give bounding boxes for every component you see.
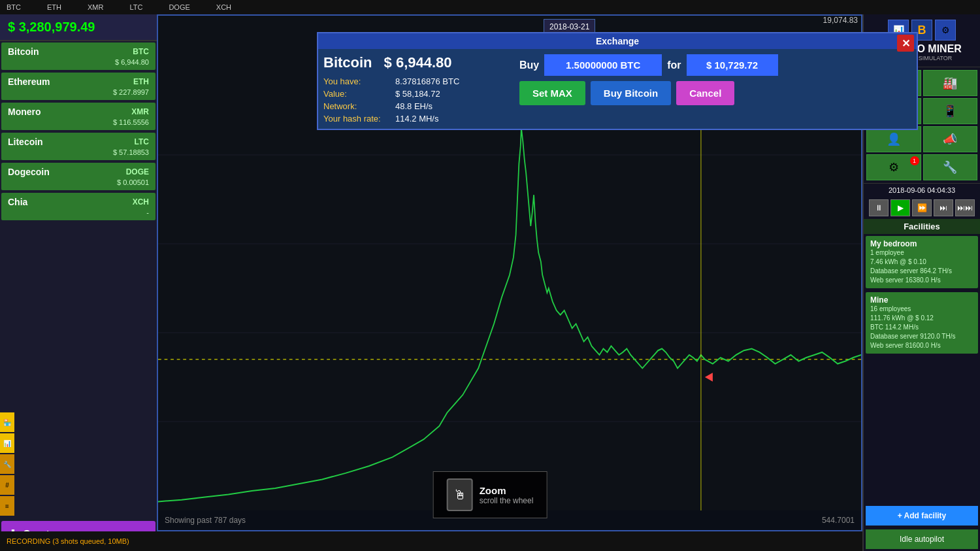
you-have-label: You have: — [323, 76, 389, 86]
facility-mine-name: Mine — [870, 295, 973, 305]
nav-eth[interactable]: ETH — [47, 3, 61, 11]
exchange-title: Exchange — [596, 36, 639, 46]
nav-xmr[interactable]: XMR — [88, 3, 103, 11]
left-icon-5[interactable]: ≡ — [0, 496, 14, 516]
tooltip-date: 2018-03-21 — [549, 22, 589, 31]
chart-area[interactable] — [158, 110, 861, 510]
usd-amount-display: $ 10,729.72 — [687, 54, 778, 76]
crypto-item-doge[interactable]: Dogecoin DOGE $ 0.00501 — [1, 163, 155, 190]
settings-icon[interactable]: ⚙ 1 — [866, 154, 921, 180]
exchange-controls: Buy for $ 10,729.72 Set MAX Buy Bitcoin … — [519, 54, 911, 124]
buy-label: Buy — [519, 59, 539, 71]
left-icon-1[interactable]: 🏪 — [0, 412, 14, 432]
exchange-header: Exchange ✕ — [318, 33, 917, 49]
you-have-value: 8.37816876 BTC — [395, 76, 459, 86]
nav-xch[interactable]: XCH — [216, 3, 231, 11]
coin-info: Bitcoin $ 6,944.80 You have: 8.37816876 … — [323, 54, 506, 124]
playback-controls: ⏸ ▶ ⏩ ⏭ ⏭⏭ — [864, 197, 980, 219]
facility-bedroom-web: Web server 16380.0 H/s — [870, 276, 973, 285]
facility-bedroom[interactable]: My bedroom 1 employee 7.46 kWh @ $ 0.10 … — [866, 236, 978, 288]
hash-rate-value: 114.2 MH/s — [395, 114, 438, 124]
notification-badge: 1 — [910, 156, 919, 165]
facility-bedroom-power: 7.46 kWh @ $ 0.10 — [870, 258, 973, 267]
facility-bedroom-db: Database server 864.2 TH/s — [870, 267, 973, 276]
hash-rate-label: Your hash rate: — [323, 114, 389, 124]
balance-display: $ 3,280,979.49 — [0, 14, 157, 41]
play-button[interactable]: ▶ — [890, 199, 910, 216]
price-chart — [158, 110, 861, 510]
crypto-item-btc[interactable]: Bitcoin BTC $ 6,944.80 — [1, 42, 155, 70]
button-row: Set MAX Buy Bitcoin Cancel — [519, 81, 911, 105]
facility-mine-db: Database server 9120.0 TH/s — [870, 332, 973, 341]
network-value: 48.8 EH/s — [395, 101, 433, 111]
svg-marker-6 — [705, 373, 713, 382]
facility-mine-web: Web server 81600.0 H/s — [870, 341, 973, 350]
facility-bedroom-employees: 1 employee — [870, 248, 973, 258]
btc-amount-input[interactable] — [544, 54, 662, 76]
phone-icon[interactable]: 📱 — [923, 98, 978, 124]
add-facility-button[interactable]: + Add facility — [866, 506, 978, 526]
for-label: for — [667, 59, 681, 71]
buy-row: Buy for $ 10,729.72 — [519, 54, 911, 76]
crypto-item-xmr[interactable]: Monero XMR $ 116.5556 — [1, 103, 155, 130]
crypto-item-ltc[interactable]: Litecoin LTC $ 57.18853 — [1, 133, 155, 160]
exchange-body: Bitcoin $ 6,944.80 You have: 8.37816876 … — [318, 49, 917, 129]
facilities-title: Facilities — [864, 219, 980, 234]
facility-mine-btc: BTC 114.2 MH/s — [870, 323, 973, 332]
main-chart-area: Exchange ✕ Bitcoin $ 6,944.80 You have: … — [157, 14, 862, 531]
exchange-dialog: Exchange ✕ Bitcoin $ 6,944.80 You have: … — [317, 32, 918, 130]
zoom-icon: 🖱 — [447, 478, 473, 511]
bottom-bar: RECORDING (3 shots queued, 10MB) — [0, 531, 862, 551]
idle-autopilot-button[interactable]: Idle autopilot — [866, 529, 978, 549]
fastest-button[interactable]: ⏭⏭ — [955, 199, 975, 216]
nav-ltc[interactable]: LTC — [129, 3, 142, 11]
gear2-icon[interactable]: 🔧 — [923, 154, 978, 180]
facility-bedroom-name: My bedroom — [870, 239, 973, 248]
close-button[interactable]: ✕ — [897, 35, 914, 52]
coin-price: $ 6,944.80 — [384, 54, 452, 71]
zoom-sub: scroll the wheel — [480, 496, 534, 505]
value-label: Value: — [323, 89, 389, 99]
nav-doge[interactable]: DOGE — [169, 3, 189, 11]
building-icon[interactable]: 🏭 — [923, 70, 978, 96]
chart-top-value: 19,074.83 — [823, 16, 858, 25]
pause-button[interactable]: ⏸ — [869, 199, 889, 216]
recording-status: RECORDING (3 shots queued, 10MB) — [7, 537, 129, 545]
left-icon-2[interactable]: 📊 — [0, 433, 14, 453]
facility-mine-power: 111.76 kWh @ $ 0.12 — [870, 314, 973, 323]
logo-icon-gear[interactable]: ⚙ — [935, 20, 956, 41]
zoom-tooltip: 🖱 Zoom scroll the wheel — [433, 471, 547, 518]
facility-mine-employees: 16 employees — [870, 305, 973, 314]
set-max-button[interactable]: Set MAX — [519, 81, 585, 105]
network-label: Network: — [323, 101, 389, 111]
person-icon[interactable]: 👤 — [866, 126, 921, 152]
datetime-display: 2018-09-06 04:04:33 — [864, 183, 980, 197]
crypto-item-xch[interactable]: Chia XCH - — [1, 193, 155, 220]
nav-btc[interactable]: BTC — [7, 3, 21, 11]
fast-forward-button[interactable]: ⏩ — [912, 199, 932, 216]
faster-button[interactable]: ⏭ — [934, 199, 953, 216]
cancel-button[interactable]: Cancel — [676, 81, 734, 105]
coin-name: Bitcoin — [323, 54, 372, 71]
chart-bottom-value: 544.7001 — [822, 516, 855, 525]
facility-mine[interactable]: Mine 16 employees 111.76 kWh @ $ 0.12 BT… — [866, 292, 978, 354]
crypto-item-eth[interactable]: Ethereum ETH $ 227.8997 — [1, 73, 155, 100]
left-icon-4[interactable]: # — [0, 475, 14, 495]
chart-showing-text: Showing past 787 days — [165, 516, 246, 525]
megaphone-icon[interactable]: 📣 — [923, 126, 978, 152]
left-sidebar: $ 3,280,979.49 Bitcoin BTC $ 6,944.80 Et… — [0, 14, 157, 551]
top-nav: BTC ETH XMR LTC DOGE XCH — [0, 0, 980, 14]
buy-bitcoin-button[interactable]: Buy Bitcoin — [591, 81, 671, 105]
zoom-title: Zoom — [480, 485, 534, 496]
left-icon-3[interactable]: 🔧 — [0, 454, 14, 474]
value-value: $ 58,184.72 — [395, 89, 440, 99]
